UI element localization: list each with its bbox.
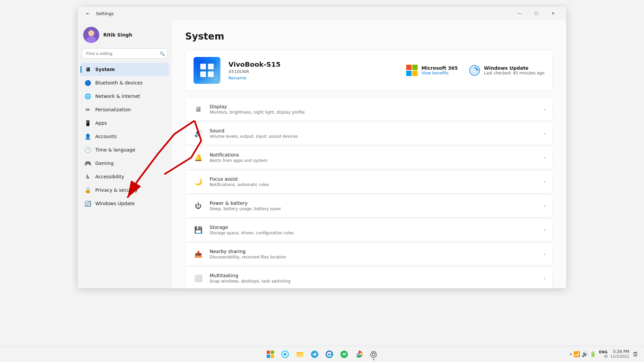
volume-icon[interactable]: 🔊 [582,351,588,357]
accounts-nav-icon: 👤 [85,133,91,140]
close-button[interactable]: ✕ [545,8,561,19]
bluetooth-nav-icon: 🔵 [85,79,91,86]
ms365-quick-link[interactable]: Microsoft 365 View benefits [406,64,458,76]
tray-chevron[interactable]: ∧ [570,352,572,356]
battery-icon[interactable]: 🔋 [590,351,596,357]
multitasking-text: Multitasking Snap windows, desktops, tas… [210,273,538,284]
rename-link[interactable]: Rename [228,75,246,80]
network-nav-icon: 🌐 [85,93,91,100]
sidebar-item-windows-update[interactable]: 🔄 Windows Update [80,197,169,210]
accessibility-nav-icon: ♿ [85,173,91,180]
sidebar-item-accessibility[interactable]: ♿ Accessibility [80,170,169,183]
settings-item-nearby-sharing[interactable]: 📤 Nearby sharing Discoverability, receiv… [185,242,553,266]
settings-item-notifications[interactable]: 🔔 Notifications Alerts from apps and sys… [185,146,553,169]
svg-rect-9 [406,65,412,70]
ms365-sub[interactable]: View benefits [421,71,458,75]
settings-item-focus-assist[interactable]: 🌙 Focus assist Notifications, automatic … [185,170,553,193]
sound-chevron: › [544,131,546,136]
user-name: Ritik Singh [103,32,132,38]
sidebar-item-time-language[interactable]: 🕐 Time & language [80,143,169,157]
cortana-icon[interactable] [278,348,292,361]
title-bar-left: ← Settings [83,9,114,18]
sidebar-item-personalization[interactable]: ✏ Personalization [80,103,169,116]
search-input[interactable] [82,48,168,59]
sound-title: Sound [210,128,538,133]
svg-rect-11 [406,71,412,76]
ms365-text: Microsoft 365 View benefits [421,65,458,75]
storage-text: Storage Storage space, drives, configura… [210,225,538,235]
display-chevron: › [544,107,546,112]
sidebar-item-label-privacy-security: Privacy & security [95,187,138,193]
svg-rect-19 [271,355,274,358]
device-model: X510UNR [228,69,398,74]
file-explorer-icon[interactable] [293,348,307,361]
sidebar-item-apps[interactable]: 📱 Apps [80,116,169,130]
gaming-nav-icon: 🎮 [85,160,91,167]
svg-point-3 [87,36,96,43]
svg-rect-23 [297,353,303,357]
start-button[interactable] [264,348,277,361]
svg-point-26 [340,351,348,358]
notification-center[interactable]: 🗓 [633,351,639,358]
focus-assist-text: Focus assist Notifications, automatic ru… [210,176,538,187]
sidebar-item-label-time-language: Time & language [95,147,135,153]
apps-nav-icon: 📱 [85,120,91,126]
settings-item-sound[interactable]: 🔊 Sound Volume levels, output, input, so… [185,122,553,145]
settings-item-power-battery[interactable]: ⏻ Power & battery Sleep, battery usage, … [185,194,553,218]
display-text: Display Monitors, brightness, night ligh… [210,104,538,115]
sidebar-item-network[interactable]: 🌐 Network & internet [80,89,169,103]
taskbar-center [264,348,380,361]
system-nav-icon: 🖥 [85,66,91,73]
power-battery-text: Power & battery Sleep, battery usage, ba… [210,200,538,211]
back-button[interactable]: ← [83,9,93,18]
svg-rect-17 [271,351,274,354]
system-tray-icons: ∧ 📶 🔊 🔋 [570,351,596,357]
minimize-button[interactable]: — [512,8,527,19]
svg-point-31 [372,353,375,356]
avatar[interactable] [83,27,99,43]
edge-icon[interactable] [323,348,336,361]
sidebar-item-system[interactable]: 🖥 System [80,63,169,76]
sidebar-item-label-accessibility: Accessibility [95,174,124,179]
nearby-sharing-title: Nearby sharing [210,249,538,254]
ms365-label: Microsoft 365 [421,65,458,71]
sidebar-item-label-accounts: Accounts [95,134,117,139]
page-title: System [185,31,553,42]
nearby-sharing-text: Nearby sharing Discoverability, received… [210,249,538,259]
clock[interactable]: 5:26 PM 12/1/2021 [610,349,629,359]
focus-assist-title: Focus assist [210,176,538,182]
telegram-icon[interactable] [308,348,321,361]
sidebar-item-gaming[interactable]: 🎮 Gaming [80,157,169,170]
language-indicator[interactable]: ENG [599,350,608,354]
time-display: 5:26 PM [610,349,629,355]
sidebar-item-accounts[interactable]: 👤 Accounts [80,130,169,143]
display-icon: 🖥 [192,103,204,115]
display-title: Display [210,104,538,109]
sidebar-item-label-bluetooth: Bluetooth & devices [95,80,143,85]
privacy-security-nav-icon: 🔒 [85,187,91,193]
settings-item-display[interactable]: 🖥 Display Monitors, brightness, night li… [185,98,553,121]
svg-rect-18 [267,355,270,358]
sidebar-item-label-gaming: Gaming [95,161,114,166]
ms365-icon [406,64,418,76]
spotify-icon[interactable] [337,348,351,361]
title-bar: ← Settings — ☐ ✕ [78,7,566,20]
device-logo [194,57,220,84]
sidebar-item-label-personalization: Personalization [95,107,131,112]
sound-desc: Volume levels, output, input, sound devi… [210,134,538,139]
chrome-icon[interactable] [352,348,366,361]
settings-item-storage[interactable]: 💾 Storage Storage space, drives, configu… [185,218,553,242]
windows-update-icon [469,64,481,76]
storage-title: Storage [210,225,538,230]
sidebar-item-privacy-security[interactable]: 🔒 Privacy & security [80,183,169,197]
settings-item-multitasking[interactable]: ⬜ Multitasking Snap windows, desktops, t… [185,266,553,288]
app-body: Ritik Singh 🔍 🖥 System 🔵 Bluetooth & dev… [78,20,566,288]
wifi-icon[interactable]: 📶 [574,351,580,357]
svg-point-30 [358,353,360,356]
sidebar-item-bluetooth[interactable]: 🔵 Bluetooth & devices [80,76,169,89]
power-battery-desc: Sleep, battery usage, battery saver [210,206,538,211]
settings-taskbar-icon[interactable] [367,348,380,361]
nearby-sharing-chevron: › [544,251,546,257]
windows-update-quick-link[interactable]: Windows Update Last checked: 45 minutes … [469,64,544,76]
maximize-button[interactable]: ☐ [529,8,544,19]
